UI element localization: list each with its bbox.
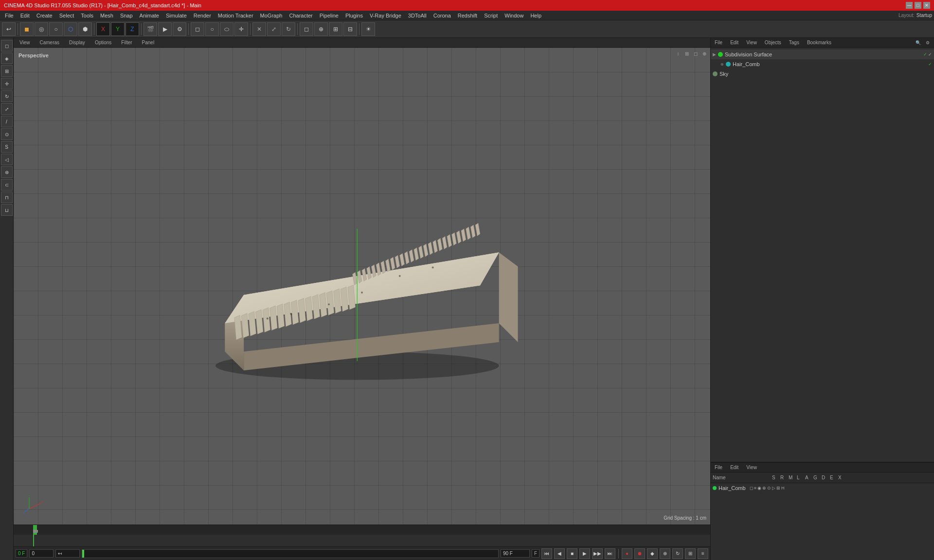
menu-snap[interactable]: Snap (117, 12, 136, 19)
menu-tools[interactable]: Tools (78, 12, 96, 19)
transport-key-frame[interactable]: ◆ (647, 548, 658, 559)
om-bookmarks-btn[interactable]: Bookmarks (805, 40, 833, 45)
toolbar-render-settings[interactable]: ⚙ (173, 22, 186, 36)
toolbar-render-active[interactable]: ▶ (158, 22, 172, 36)
sidebar-render-tool[interactable]: ⊞ (1, 65, 13, 77)
toolbar-rotate[interactable]: ↻ (282, 22, 295, 36)
toolbar-symmetry[interactable]: ⊟ (343, 22, 357, 36)
sidebar-scale-tool[interactable]: ⤢ (1, 103, 13, 115)
attr-view-btn[interactable]: View (744, 465, 759, 470)
toolbar-move[interactable]: ✕ (252, 22, 266, 36)
maximize-button[interactable]: □ (915, 2, 921, 9)
toolbar-array[interactable]: ⊞ (329, 22, 342, 36)
om-search-icon[interactable]: 🔍 (914, 38, 922, 47)
menu-pipeline[interactable]: Pipeline (317, 12, 341, 19)
menu-help[interactable]: Help (527, 12, 544, 19)
toolbar-point-mode[interactable]: ○ (49, 22, 63, 36)
menu-plugins[interactable]: Plugins (342, 12, 366, 19)
viewport-tab-panel[interactable]: Panel (138, 39, 159, 46)
transport-goto-end[interactable]: ⏭ (605, 548, 615, 559)
attr-file-btn[interactable]: File (713, 465, 724, 470)
sidebar-brush-tool[interactable]: ⊓ (1, 192, 13, 203)
toolbar-subdiv[interactable]: ◻ (300, 22, 313, 36)
viewport-tab-view[interactable]: View (16, 39, 34, 46)
transport-record[interactable]: ● (622, 548, 632, 559)
menu-edit[interactable]: Edit (18, 12, 33, 19)
menu-select[interactable]: Select (56, 12, 77, 19)
menu-3dto[interactable]: 3DToAll (405, 12, 430, 19)
menu-motion-tracker[interactable]: Motion Tracker (215, 12, 256, 19)
menu-corona[interactable]: Corona (431, 12, 454, 19)
om-view-btn[interactable]: View (744, 40, 759, 45)
sidebar-move-tool[interactable]: ✛ (1, 78, 13, 89)
menu-script[interactable]: Script (481, 12, 501, 19)
menu-mograph[interactable]: MoGraph (257, 12, 286, 19)
toolbar-polygon-mode[interactable]: ⬢ (78, 22, 92, 36)
toolbar-render-region[interactable]: 🎬 (144, 22, 157, 36)
sidebar-sculpt-tool[interactable]: ⊙ (1, 128, 13, 140)
transport-play[interactable]: ▶ (579, 548, 590, 559)
transport-play-fwd[interactable]: ▶▶ (592, 548, 603, 559)
transport-settings[interactable]: ≡ (698, 548, 708, 559)
viewport-icon-4[interactable]: ⊕ (700, 50, 708, 57)
transport-play-back[interactable]: ◀ (554, 548, 565, 559)
menu-file[interactable]: File (2, 12, 17, 19)
transport-motion-path[interactable]: ⊕ (660, 548, 670, 559)
toolbar-scale[interactable]: ⤢ (267, 22, 281, 36)
transport-goto-start[interactable]: ⏮ (541, 548, 552, 559)
menu-redshift[interactable]: Redshift (455, 12, 480, 19)
om-tags-btn[interactable]: Tags (787, 40, 801, 45)
attr-edit-btn[interactable]: Edit (728, 465, 740, 470)
toolbar-sphere[interactable]: ○ (205, 22, 219, 36)
menu-render[interactable]: Render (191, 12, 214, 19)
playhead-input[interactable]: ↤ (58, 551, 62, 556)
sidebar-knife-tool[interactable]: ◁ (1, 154, 13, 165)
sidebar-magnet-tool[interactable]: ⊛ (1, 166, 13, 178)
menu-vray[interactable]: V-Ray Bridge (367, 12, 404, 19)
om-objects-btn[interactable]: Objects (763, 40, 783, 45)
sidebar-texture-tool[interactable]: ◈ (1, 52, 13, 64)
viewport-tab-cameras[interactable]: Cameras (36, 39, 64, 46)
sidebar-twist-tool[interactable]: ⊂ (1, 179, 13, 191)
sidebar-hair-tool[interactable]: S (1, 141, 13, 153)
sidebar-paint-tool[interactable]: ⊔ (1, 204, 13, 216)
toolbar-light[interactable]: ☀ (361, 22, 375, 36)
toolbar-cube[interactable]: ◻ (191, 22, 204, 36)
frame-input[interactable]: 0 (32, 551, 35, 556)
object-item-sky[interactable]: Sky (711, 69, 934, 79)
minimize-button[interactable]: — (906, 2, 913, 9)
transport-stop[interactable]: ■ (567, 548, 577, 559)
menu-animate[interactable]: Animate (137, 12, 162, 19)
viewport-icon-2[interactable]: ⊞ (683, 50, 691, 57)
object-item-subdivision[interactable]: ▶ Subdivision Surface ✓ ✓ (711, 50, 934, 59)
toolbar-edge-mode[interactable]: ⬡ (64, 22, 77, 36)
toolbar-z-axis[interactable]: Z (126, 22, 139, 36)
viewport-icon-1[interactable]: ↕ (674, 50, 682, 57)
sidebar-rotate-tool[interactable]: ↻ (1, 90, 13, 102)
om-file-btn[interactable]: File (713, 40, 724, 45)
toolbar-plus[interactable]: ✛ (234, 22, 248, 36)
om-settings-icon[interactable]: ⚙ (923, 38, 932, 47)
sidebar-spline-tool[interactable]: / (1, 116, 13, 127)
transport-auto-key[interactable]: ⏺ (634, 548, 645, 559)
menu-create[interactable]: Create (34, 12, 55, 19)
toolbar-boole[interactable]: ⊕ (314, 22, 328, 36)
sidebar-object-tool[interactable]: ◻ (1, 40, 13, 52)
menu-window[interactable]: Window (502, 12, 526, 19)
menu-simulate[interactable]: Simulate (163, 12, 190, 19)
timeline-track[interactable] (14, 535, 710, 546)
viewport-tab-options[interactable]: Options (91, 39, 115, 46)
om-edit-btn[interactable]: Edit (728, 40, 740, 45)
viewport-3d[interactable]: Perspective Grid Spacing : 1 cm ↕ ⊞ ◻ ⊕ (14, 48, 710, 525)
toolbar-undo[interactable]: ↩ (2, 22, 16, 36)
object-item-haircomb[interactable]: ⊕ Hair_Comb ✓ (711, 59, 934, 69)
toolbar-cylinder[interactable]: ⬭ (220, 22, 234, 36)
viewport-tab-filter[interactable]: Filter (117, 39, 136, 46)
viewport-icon-3[interactable]: ◻ (692, 50, 700, 57)
transport-record2[interactable]: ⊞ (685, 548, 696, 559)
menu-character[interactable]: Character (286, 12, 315, 19)
close-button[interactable]: ✕ (923, 2, 930, 9)
viewport-tab-display[interactable]: Display (65, 39, 89, 46)
toolbar-texture-mode[interactable]: ◎ (35, 22, 48, 36)
toolbar-y-axis[interactable]: Y (111, 22, 125, 36)
